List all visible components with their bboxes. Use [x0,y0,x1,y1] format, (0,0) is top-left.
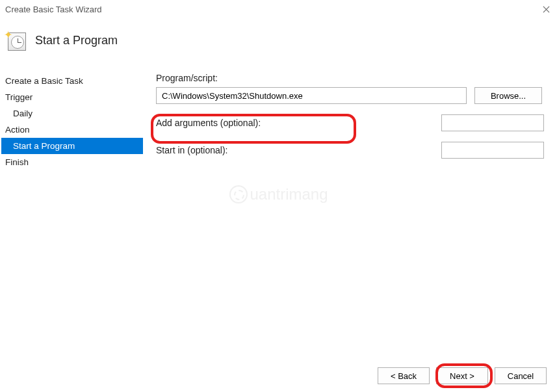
next-button[interactable]: Next > [436,367,488,384]
wizard-icon: ✦ [5,30,26,51]
main-panel: Program/script: Browse... Add arguments … [143,73,557,367]
window-title: Create Basic Task Wizard [5,5,102,14]
wizard-footer: < Back Next > Cancel [378,367,547,384]
sidebar-item-start-a-program[interactable]: Start a Program [1,138,143,154]
close-button[interactable] [541,5,551,14]
close-icon [543,6,550,13]
titlebar: Create Basic Task Wizard [0,0,557,18]
content-area: Create a Basic Task Trigger Daily Action… [0,64,557,367]
sidebar-item-finish[interactable]: Finish [1,154,143,170]
startin-label: Start in (optional): [156,145,228,155]
wizard-header: ✦ Start a Program [0,18,557,64]
arguments-label: Add arguments (optional): [156,118,261,128]
startin-group: Start in (optional): [156,142,544,159]
program-script-input[interactable] [156,87,467,104]
program-script-label: Program/script: [156,73,544,83]
cancel-button[interactable]: Cancel [495,367,547,384]
sidebar-item-action[interactable]: Action [1,122,143,138]
arguments-group: Add arguments (optional): [156,114,544,131]
program-script-group: Program/script: Browse... [156,73,544,104]
sidebar-item-create-basic-task[interactable]: Create a Basic Task [1,73,143,89]
back-button[interactable]: < Back [378,367,430,384]
sidebar-item-daily[interactable]: Daily [1,105,143,122]
arguments-input[interactable] [441,114,544,131]
startin-input[interactable] [441,142,544,159]
sidebar-item-trigger[interactable]: Trigger [1,89,143,105]
wizard-title: Start a Program [35,34,118,47]
wizard-sidebar: Create a Basic Task Trigger Daily Action… [0,73,143,367]
browse-button[interactable]: Browse... [474,87,542,104]
